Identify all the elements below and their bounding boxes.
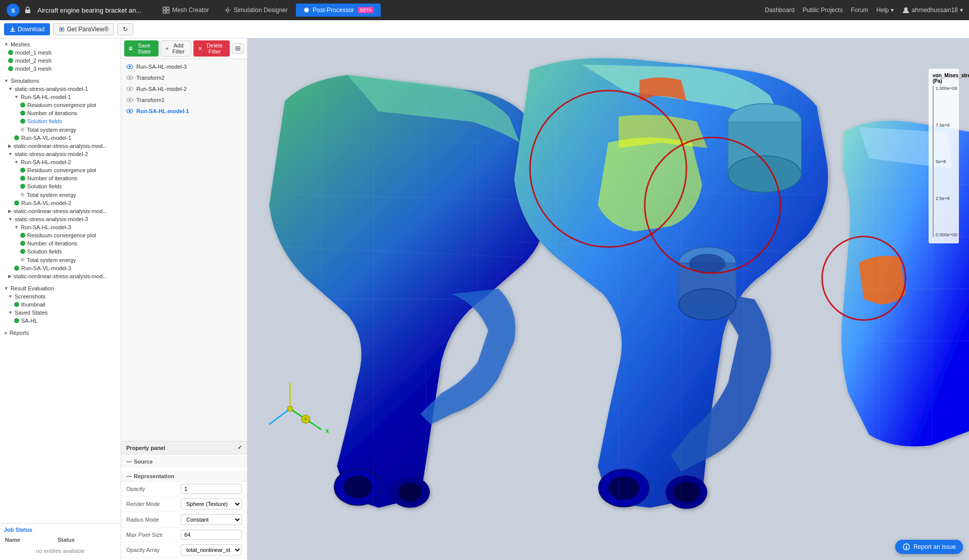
radius-mode-select[interactable]: Constant Variable [181,514,242,525]
thumbnail-item[interactable]: thumbnail [0,300,121,309]
num-iterations-1[interactable]: Number of iterations [0,109,121,117]
max-pixel-label: Max Pixel Size [126,532,177,538]
delete-filter-button[interactable]: ✕ Delete Filter [193,40,230,57]
opacity-input[interactable] [181,484,242,494]
residuum-plot-3[interactable]: Residuum convergence plot [0,231,121,239]
legend-bar [933,86,934,237]
svg-text:x: x [326,427,329,434]
total-energy-3[interactable]: ⊕ Total system energy [0,256,121,264]
pipeline-item-3[interactable]: Transform1 [121,94,247,106]
run-sa-hl-model-2[interactable]: ▼ Run-SA-HL-model-2 [0,158,121,166]
pipeline-item-1[interactable]: Transform2 [121,72,247,83]
property-panel: Property panel ✓ — Source — Representati… [121,441,247,560]
dashboard-link[interactable]: Dashboard [765,7,795,14]
representation-header[interactable]: — Representation [121,471,247,482]
svg-point-7 [226,9,229,12]
property-panel-header[interactable]: Property panel ✓ [121,441,247,454]
source-header[interactable]: — Source [121,456,247,467]
plus-icon: ⊕ [20,257,25,263]
screenshots-item[interactable]: ▼ Screenshots [0,292,121,300]
eye-closed-icon [126,85,133,92]
meshes-header[interactable]: ▼ Meshes [0,40,121,48]
residuum-plot-1[interactable]: Residuum convergence plot [0,101,121,109]
run-sa-hl-model-3[interactable]: ▼ Run-SA-HL-model-3 [0,223,121,231]
panel-options-button[interactable] [232,43,244,54]
viewport-3d[interactable]: x von_Mises_stress (Pa) 1.000e+09 7.5e+8… [247,38,969,560]
pipeline-item-0[interactable]: Run-SA-HL-model-3 [121,61,247,72]
viewport: von_Mises_stress [point-data] Surface Wi… [247,38,969,560]
svg-rect-2 [25,10,30,13]
run-sa-vl-model-1[interactable]: Run-SA-VL-model-1 [0,134,121,142]
save-state-button[interactable]: Save State [124,40,159,57]
pipeline-item-4[interactable]: Run-SA-HL-model-1 [121,106,247,117]
simulations-section: ▼ Simulations ▼ static-stress-analysis-m… [0,75,121,282]
svg-rect-6 [167,11,169,13]
public-projects-link[interactable]: Public Projects [803,7,843,14]
tab-post-processor[interactable]: Post-Processor BETA [296,4,381,17]
sim-nonlinear-1[interactable]: ▶ static-nonlinear-stress-analysis-mod..… [0,142,121,150]
download-button[interactable]: Download [4,23,50,35]
solution-fields-1[interactable]: Solution fields [0,117,121,125]
main-layout: ▼ Meshes model_1 mesh model_2 mesh model… [0,38,969,560]
residuum-plot-2[interactable]: Residuum convergence plot [0,166,121,174]
sim-3[interactable]: ▼ static-stress-analysis-model-3 [0,215,121,223]
refresh-button[interactable]: ↻ [117,23,133,35]
svg-point-20 [129,88,131,90]
num-iterations-2[interactable]: Number of iterations [0,174,121,182]
run-sa-hl-model-1[interactable]: ▼ Run-SA-HL-model-1 [0,93,121,101]
sim-nonlinear-3[interactable]: ▶ static-nonlinear-stress-analysis-mod..… [0,272,121,280]
simulations-header[interactable]: ▼ Simulations [0,77,121,85]
num-iterations-3[interactable]: Number of iterations [0,239,121,247]
forum-link[interactable]: Forum [851,7,869,14]
mesh-model3[interactable]: model_3 mesh [0,65,121,73]
opacity-array-select[interactable]: total_nonlinear_strain von_Mises_stress … [181,544,242,555]
help-menu[interactable]: Help ▾ [877,7,894,14]
pipeline-item-2[interactable]: Run-SA-HL-model-2 [121,83,247,94]
main-toolbar: Download Get ParaView® ↻ [0,20,969,38]
solution-fields-2[interactable]: Solution fields [0,182,121,190]
paraview-icon [59,26,65,32]
tab-mesh-creator[interactable]: Mesh Creator [156,4,216,17]
representation-section: — Representation Opacity Render Mode Sph… [121,469,247,560]
max-pixel-input[interactable] [181,530,242,540]
run-sa-vl-model-3[interactable]: Run-SA-VL-model-3 [0,264,121,272]
job-status-section: Job Status Name Status no entities avail… [0,523,121,560]
property-check-icon: ✓ [237,444,242,451]
result-eval-header[interactable]: ▼ Result Evaluation [0,284,121,292]
mesh-model1[interactable]: model_1 mesh [0,48,121,57]
user-menu[interactable]: ahmedhussain18 ▾ [902,6,963,14]
sa-hl-item[interactable]: SA-HL [0,317,121,325]
reports-header[interactable]: ● Reports [0,329,121,337]
result-eval-section: ▼ Result Evaluation ▼ Screenshots thumbn… [0,282,121,327]
green-status-icon [8,66,13,71]
eye-closed-icon [126,74,133,81]
download-icon [10,26,16,32]
mesh-model2[interactable]: model_2 mesh [0,57,121,65]
col-name: Name [5,536,57,544]
total-energy-2[interactable]: ⊕ Total system energy [0,190,121,199]
total-energy-1[interactable]: ⊕ Total system energy [0,125,121,134]
sim-1[interactable]: ▼ static-stress-analysis-model-1 [0,85,121,93]
svg-point-52 [287,406,292,411]
sim-2[interactable]: ▼ static-stress-analysis-model-2 [0,150,121,158]
property-panel-title: Property panel [126,445,165,451]
svg-point-32 [343,476,373,498]
sim-nonlinear-2[interactable]: ▶ static-nonlinear-stress-analysis-mod..… [0,207,121,215]
tab-simulation-designer[interactable]: Simulation Designer [217,4,295,17]
job-status-title: Job Status [4,527,117,533]
green-status-icon [20,176,25,181]
render-mode-select[interactable]: Sphere (Texture) Points Wireframe [181,498,242,510]
green-status-icon [14,200,19,206]
svg-rect-4 [167,7,169,10]
source-label: Source [134,459,152,465]
saved-states-item[interactable]: ▼ Saved States [0,309,121,317]
add-filter-button[interactable]: + Add Filter [161,40,191,57]
run-sa-vl-model-2[interactable]: Run-SA-VL-model-2 [0,199,121,207]
paraview-button[interactable]: Get ParaView® [53,23,114,35]
report-issue-button[interactable]: Report an issue [895,540,963,554]
green-status-icon [14,266,19,271]
solution-fields-3[interactable]: Solution fields [0,247,121,256]
svg-point-24 [129,110,131,112]
meshes-section: ▼ Meshes model_1 mesh model_2 mesh model… [0,38,121,75]
green-status-icon [20,119,25,124]
